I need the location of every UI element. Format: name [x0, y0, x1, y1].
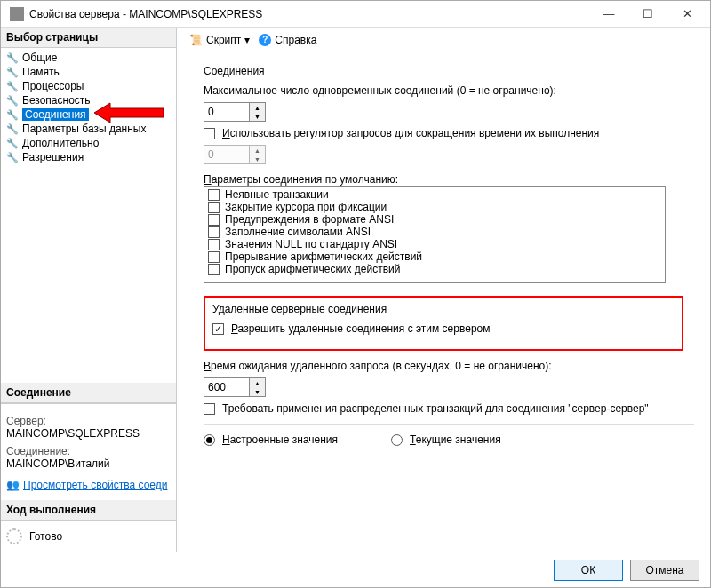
connection-info: Сервер: MAINCOMP\SQLEXPRESS Соединение: … [1, 403, 176, 500]
progress-header: Ход выполнения [1, 500, 176, 520]
opt-checkbox[interactable] [208, 264, 220, 275]
server-value: MAINCOMP\SQLEXPRESS [6, 427, 171, 440]
configured-label: Настроенные значения [222, 433, 338, 446]
timeout-input[interactable]: ▲▼ [204, 377, 266, 397]
use-governor-checkbox[interactable] [204, 128, 215, 139]
spin-down-icon: ▼ [250, 155, 265, 163]
wrench-icon: 🔧 [6, 67, 19, 78]
require-dist-label: Требовать применения распределенных тран… [222, 402, 649, 415]
right-panel: 📜 Скрипт ▾ ? Справка Соединения Максимал… [177, 28, 710, 552]
spin-up-icon[interactable]: ▲ [250, 378, 265, 387]
server-label: Сервер: [6, 415, 171, 427]
wrench-icon: 🔧 [6, 95, 19, 107]
list-item[interactable]: Пропуск арифметических действий [208, 263, 661, 275]
connection-header: Соединение [1, 383, 176, 403]
opt-checkbox[interactable] [208, 214, 220, 226]
current-radio[interactable] [391, 434, 403, 446]
wrench-icon: 🔧 [6, 138, 19, 149]
list-item[interactable]: Неявные транзакции [208, 188, 661, 201]
dropdown-icon: ▾ [244, 34, 250, 46]
current-label: Текущие значения [410, 433, 501, 446]
opt-checkbox[interactable] [208, 226, 220, 238]
max-conn-input[interactable]: ▲▼ [204, 102, 266, 122]
maximize-button[interactable]: ☐ [628, 1, 667, 28]
help-link[interactable]: ? Справка [259, 34, 316, 46]
content-area: Выбор страницы 🔧Общие 🔧Память 🔧Процессор… [1, 28, 710, 552]
opt-checkbox[interactable] [208, 202, 220, 213]
button-bar: ОК Отмена [1, 552, 710, 587]
separator [204, 424, 694, 425]
nav-item-general[interactable]: 🔧Общие [4, 51, 172, 65]
annotation-arrow-icon [94, 101, 165, 124]
spin-up-icon: ▲ [250, 146, 265, 155]
defaults-title: Параметры соединения по умолчанию: [204, 173, 694, 186]
app-icon [10, 7, 24, 21]
opt-checkbox[interactable] [208, 189, 220, 201]
cancel-button[interactable]: Отмена [630, 560, 699, 581]
list-item[interactable]: Предупреждения в формате ANSI [208, 213, 661, 226]
nav-item-permissions[interactable]: 🔧Разрешения [4, 150, 172, 164]
toolbar: 📜 Скрипт ▾ ? Справка [177, 28, 710, 52]
max-conn-label: Максимальное число одновременных соедине… [204, 84, 694, 97]
close-button[interactable]: ✕ [667, 1, 707, 28]
opt-checkbox[interactable] [208, 251, 220, 263]
page-selector-header: Выбор страницы [1, 28, 176, 48]
spin-down-icon[interactable]: ▼ [250, 387, 265, 396]
allow-remote-checkbox[interactable] [212, 323, 224, 335]
view-properties-link[interactable]: Просмотреть свойства соеди [23, 479, 167, 491]
timeout-label: Время ожидания удаленного запроса (в сек… [204, 360, 694, 372]
governor-value-input: ▲▼ [204, 145, 266, 164]
list-item[interactable]: Закрытие курсора при фиксации [208, 201, 661, 213]
window-title: Свойства сервера - MAINCOMP\SQLEXPRESS [29, 8, 589, 20]
script-icon: 📜 [189, 34, 203, 46]
opt-checkbox[interactable] [208, 239, 220, 250]
wrench-icon: 🔧 [6, 152, 19, 163]
spin-down-icon[interactable]: ▼ [250, 112, 265, 121]
people-icon: 👥 [6, 479, 20, 491]
script-button[interactable]: 📜 Скрипт ▾ [184, 32, 255, 48]
help-icon: ? [259, 34, 271, 46]
wrench-icon: 🔧 [6, 123, 19, 135]
progress-spinner-icon [6, 528, 22, 544]
wrench-icon: 🔧 [6, 109, 19, 121]
minimize-button[interactable]: — [589, 1, 628, 28]
progress-status: Готово [29, 530, 62, 543]
connections-title: Соединения [204, 65, 694, 77]
ok-button[interactable]: ОК [554, 560, 623, 581]
require-dist-checkbox[interactable] [204, 403, 215, 415]
progress-block: Готово [1, 520, 176, 552]
use-governor-label: ИИспользовать регулятор запросов для сок… [222, 127, 599, 139]
spin-up-icon[interactable]: ▲ [250, 103, 265, 112]
title-bar: Свойства сервера - MAINCOMP\SQLEXPRESS —… [1, 1, 710, 28]
conn-value: MAINCOMP\Виталий [6, 457, 171, 470]
list-item[interactable]: Прерывание арифметических действий [208, 250, 661, 263]
remote-title: Удаленные серверные соединения [212, 303, 675, 315]
nav-item-advanced[interactable]: 🔧Дополнительно [4, 136, 172, 150]
remote-connections-group: Удаленные серверные соединения Разрешить… [204, 296, 683, 351]
list-item[interactable]: Значения NULL по стандарту ANSI [208, 238, 661, 250]
configured-radio[interactable] [204, 434, 215, 446]
svg-marker-0 [94, 103, 164, 123]
connection-defaults-listbox[interactable]: Неявные транзакции Закрытие курсора при … [204, 186, 666, 283]
form-area: Соединения Максимальное число одновремен… [177, 52, 710, 552]
wrench-icon: 🔧 [6, 52, 19, 64]
conn-label: Соединение: [6, 445, 171, 457]
nav-item-processors[interactable]: 🔧Процессоры [4, 79, 172, 93]
list-item[interactable]: Заполнение символами ANSI [208, 226, 661, 238]
left-panel: Выбор страницы 🔧Общие 🔧Память 🔧Процессор… [1, 28, 177, 552]
allow-remote-label: Разрешить удаленные соединения с этим се… [231, 322, 490, 335]
nav-item-memory[interactable]: 🔧Память [4, 65, 172, 79]
wrench-icon: 🔧 [6, 81, 19, 92]
